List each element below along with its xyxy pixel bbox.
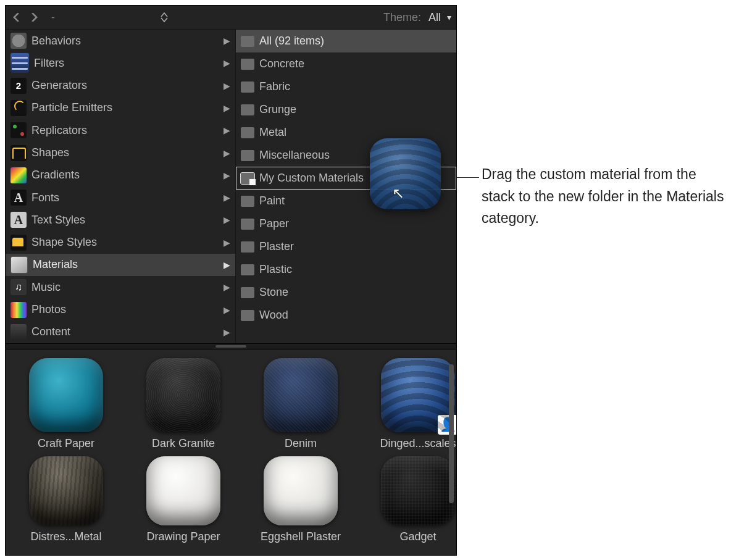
shape-styles-icon xyxy=(10,235,27,251)
material-thumbnail[interactable]: Gadget xyxy=(375,456,456,543)
splitter-handle[interactable] xyxy=(6,343,456,349)
category-label: Shape Styles xyxy=(31,236,97,249)
folder-icon xyxy=(241,241,254,253)
theme-label: Theme: xyxy=(383,11,421,24)
material-swatch xyxy=(29,456,103,525)
filters-icon xyxy=(10,53,29,73)
disclosure-right-icon: ▶ xyxy=(223,215,230,225)
category-label: Fonts xyxy=(31,191,59,204)
chevron-right-icon xyxy=(30,13,38,22)
category-gradients[interactable]: Gradients▶ xyxy=(6,164,235,186)
scrollbar-thumb[interactable] xyxy=(449,364,454,503)
thumbnail-label: Denim xyxy=(254,437,347,450)
folder-icon xyxy=(241,196,254,207)
disclosure-right-icon: ▶ xyxy=(223,148,230,158)
material-thumbnail[interactable]: Distres...Metal xyxy=(23,456,109,543)
music-icon: ♫ xyxy=(10,279,27,295)
folder-label: Miscellaneous xyxy=(259,149,330,162)
nav-back-button[interactable] xyxy=(10,11,23,23)
folder-label: Paint xyxy=(259,194,285,207)
disclosure-right-icon: ▶ xyxy=(223,260,230,270)
drag-preview-material xyxy=(370,138,441,209)
chevron-up-icon xyxy=(161,12,168,17)
material-swatch: 👤 xyxy=(381,358,455,432)
category-behaviors[interactable]: Behaviors▶ xyxy=(6,30,235,52)
folder-icon xyxy=(241,36,254,47)
folder-fabric[interactable]: Fabric xyxy=(236,75,456,98)
generators-icon: 2 xyxy=(10,78,27,94)
material-thumbnail[interactable]: Drawing Paper xyxy=(140,456,227,543)
category-text-styles[interactable]: AText Styles▶ xyxy=(6,209,235,231)
path-popup-button[interactable] xyxy=(157,12,171,22)
disclosure-right-icon: ▶ xyxy=(223,282,230,292)
thumbnail-grid[interactable]: Craft PaperDark GraniteDenim👤Dinged...sc… xyxy=(6,349,456,556)
category-label: Generators xyxy=(31,79,87,92)
category-generators[interactable]: 2Generators▶ xyxy=(6,75,235,97)
disclosure-right-icon: ▶ xyxy=(223,125,230,135)
category-materials[interactable]: Materials▶ xyxy=(6,254,235,276)
category-replicators[interactable]: Replicators▶ xyxy=(6,119,235,141)
folder-stone[interactable]: Stone xyxy=(236,281,456,304)
category-label: Particle Emitters xyxy=(31,101,112,114)
disclosure-right-icon: ▶ xyxy=(223,81,230,91)
folder-plaster[interactable]: Plaster xyxy=(236,235,456,258)
material-swatch xyxy=(146,456,220,525)
theme-popup[interactable]: All xyxy=(428,11,441,24)
materials-icon xyxy=(10,256,28,274)
category-fonts[interactable]: AFonts▶ xyxy=(6,186,235,209)
material-swatch xyxy=(264,456,338,525)
library-browser-panel: - Theme: All ▾ Behaviors▶Filters▶2Genera… xyxy=(5,5,457,556)
category-content[interactable]: Content▶ xyxy=(6,321,235,343)
material-thumbnail[interactable]: Denim xyxy=(257,358,344,450)
material-thumbnail[interactable]: 👤Dinged...scales xyxy=(375,358,456,450)
material-thumbnail[interactable]: Eggshell Plaster xyxy=(257,456,344,543)
content-icon xyxy=(10,324,27,340)
photos-icon xyxy=(10,302,27,318)
nav-forward-button[interactable] xyxy=(28,11,40,23)
category-photos[interactable]: Photos▶ xyxy=(6,298,235,320)
category-label: Materials xyxy=(33,258,78,271)
folder-all-92-items-[interactable]: All (92 items) xyxy=(236,30,456,52)
disclosure-right-icon: ▶ xyxy=(223,193,230,203)
folder-label: Grunge xyxy=(259,103,296,116)
thumbnail-label: Distres...Metal xyxy=(20,530,112,543)
shapes-icon xyxy=(10,145,27,161)
folder-paper[interactable]: Paper xyxy=(236,212,456,235)
folder-icon xyxy=(241,104,254,115)
category-label: Shapes xyxy=(31,146,69,159)
category-shapes[interactable]: Shapes▶ xyxy=(6,141,235,164)
category-label: Behaviors xyxy=(31,35,81,48)
vertical-scrollbar[interactable] xyxy=(449,358,454,556)
category-music[interactable]: ♫Music▶ xyxy=(6,276,235,298)
folder-plastic[interactable]: Plastic xyxy=(236,258,456,281)
category-shape-styles[interactable]: Shape Styles▶ xyxy=(6,232,235,254)
thumbnail-label: Eggshell Plaster xyxy=(254,530,347,543)
user-badge-icon xyxy=(249,179,256,185)
category-filters[interactable]: Filters▶ xyxy=(6,52,235,74)
folder-icon xyxy=(241,310,254,321)
category-particle-emitters[interactable]: Particle Emitters▶ xyxy=(6,97,235,119)
gear-icon xyxy=(10,33,27,49)
category-label: Gradients xyxy=(31,169,80,182)
library-toolbar: - Theme: All ▾ xyxy=(6,6,456,30)
folder-concrete[interactable]: Concrete xyxy=(236,52,456,75)
category-list[interactable]: Behaviors▶Filters▶2Generators▶Particle E… xyxy=(6,30,235,343)
disclosure-right-icon: ▶ xyxy=(223,170,230,180)
material-thumbnail[interactable]: Dark Granite xyxy=(140,358,227,450)
folder-label: My Custom Materials xyxy=(259,172,364,185)
folder-icon xyxy=(241,81,254,93)
category-label: Photos xyxy=(31,303,66,316)
thumbnail-label: Drawing Paper xyxy=(137,530,230,543)
folder-grunge[interactable]: Grunge xyxy=(236,98,456,121)
annotation-leader-line xyxy=(457,177,479,178)
folder-label: Wood xyxy=(259,309,288,322)
chevron-left-icon xyxy=(12,13,21,22)
material-thumbnail[interactable]: Craft Paper xyxy=(23,358,109,450)
annotation-text: Drag the custom material from the stack … xyxy=(482,164,729,230)
gradients-icon xyxy=(10,167,27,183)
fonts-icon: A xyxy=(10,190,27,206)
folder-label: Concrete xyxy=(259,57,304,70)
folder-label: Metal xyxy=(259,126,286,139)
folder-label: Fabric xyxy=(259,80,290,93)
folder-wood[interactable]: Wood xyxy=(236,304,456,327)
